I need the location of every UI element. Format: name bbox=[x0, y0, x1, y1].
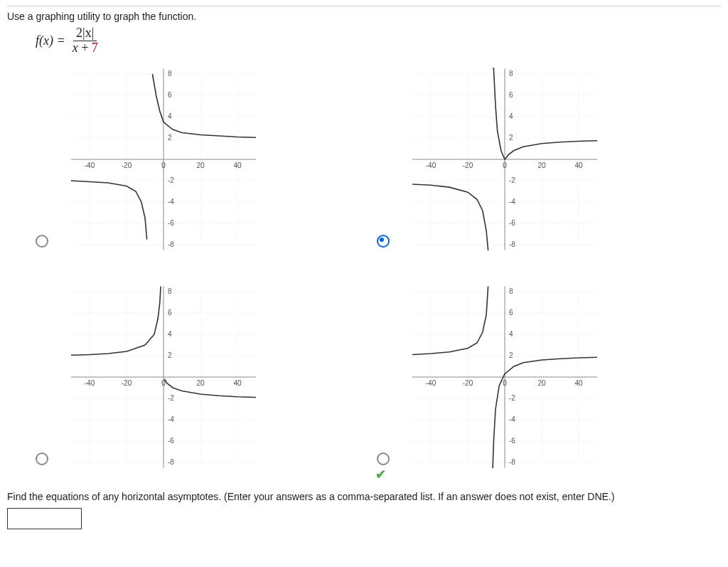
svg-text:-6: -6 bbox=[509, 437, 515, 445]
numerator-abs: |x| bbox=[82, 26, 94, 40]
svg-text:4: 4 bbox=[168, 112, 172, 120]
svg-text:-20: -20 bbox=[463, 379, 473, 387]
denominator-plus: + bbox=[78, 41, 92, 55]
graph-option-a[interactable]: -40-20020402468-2-4-6-8 bbox=[36, 63, 363, 252]
svg-text:6: 6 bbox=[168, 91, 172, 99]
svg-text:4: 4 bbox=[509, 330, 513, 338]
svg-text:-20: -20 bbox=[463, 161, 473, 169]
svg-text:-4: -4 bbox=[168, 415, 174, 423]
svg-text:20: 20 bbox=[537, 161, 546, 169]
graph-a: -40-20020402468-2-4-6-8 bbox=[57, 67, 263, 252]
svg-text:-2: -2 bbox=[168, 394, 174, 402]
svg-text:8: 8 bbox=[509, 287, 513, 295]
graph-option-d[interactable]: ✔ -40-20020402468-2-4-6-8 bbox=[377, 280, 704, 470]
radio-a[interactable] bbox=[36, 235, 48, 248]
svg-text:-4: -4 bbox=[509, 415, 515, 423]
svg-text:2: 2 bbox=[509, 351, 513, 359]
svg-text:-6: -6 bbox=[509, 219, 515, 227]
svg-text:-8: -8 bbox=[168, 458, 174, 466]
asymptote-answer-input[interactable] bbox=[7, 508, 82, 529]
function-formula: f(x) = 2|x| x + 7 bbox=[36, 26, 721, 55]
svg-text:-8: -8 bbox=[168, 240, 174, 248]
svg-text:6: 6 bbox=[168, 309, 172, 317]
formula-fraction: 2|x| x + 7 bbox=[70, 26, 101, 55]
svg-text:4: 4 bbox=[509, 112, 513, 120]
radio-b[interactable] bbox=[377, 235, 390, 248]
svg-text:6: 6 bbox=[509, 91, 513, 99]
radio-c[interactable] bbox=[36, 452, 48, 465]
svg-text:20: 20 bbox=[196, 379, 205, 387]
svg-text:40: 40 bbox=[233, 379, 242, 387]
svg-text:40: 40 bbox=[233, 161, 242, 169]
denominator-x: x bbox=[73, 41, 78, 55]
svg-text:6: 6 bbox=[509, 309, 513, 317]
svg-text:-6: -6 bbox=[168, 219, 174, 227]
svg-text:40: 40 bbox=[574, 161, 583, 169]
svg-text:4: 4 bbox=[168, 330, 172, 338]
question-prompt: Use a graphing utility to graph the func… bbox=[7, 11, 721, 22]
asymptote-question: Find the equations of any horizontal asy… bbox=[7, 491, 721, 502]
svg-text:-2: -2 bbox=[509, 176, 515, 184]
radio-d[interactable] bbox=[377, 452, 390, 465]
svg-text:20: 20 bbox=[537, 379, 546, 387]
svg-text:20: 20 bbox=[196, 161, 205, 169]
graph-option-b[interactable]: -40-20020402468-2-4-6-8 bbox=[377, 63, 704, 252]
svg-text:-8: -8 bbox=[509, 458, 515, 466]
svg-text:8: 8 bbox=[168, 70, 172, 78]
svg-text:2: 2 bbox=[509, 134, 513, 142]
graph-option-c[interactable]: -40-20020402468-2-4-6-8 bbox=[36, 280, 363, 470]
svg-text:-4: -4 bbox=[168, 198, 174, 206]
svg-text:2: 2 bbox=[168, 134, 172, 142]
svg-text:40: 40 bbox=[574, 379, 583, 387]
svg-text:0: 0 bbox=[503, 161, 507, 169]
svg-text:-20: -20 bbox=[122, 379, 132, 387]
svg-text:-40: -40 bbox=[85, 379, 95, 387]
graph-b: -40-20020402468-2-4-6-8 bbox=[398, 67, 604, 252]
formula-lhs: f(x) = bbox=[36, 33, 65, 48]
svg-text:-20: -20 bbox=[122, 161, 132, 169]
checkmark-icon: ✔ bbox=[375, 467, 386, 482]
denominator-constant: 7 bbox=[92, 41, 98, 55]
svg-text:2: 2 bbox=[168, 351, 172, 359]
graph-d: -40-20020402468-2-4-6-8 bbox=[398, 285, 604, 470]
svg-text:-40: -40 bbox=[85, 161, 95, 169]
graph-c: -40-20020402468-2-4-6-8 bbox=[57, 285, 263, 470]
svg-text:-4: -4 bbox=[509, 198, 515, 206]
numerator-coeff: 2 bbox=[76, 26, 82, 40]
graph-options-grid: -40-20020402468-2-4-6-8 -40-20020402468-… bbox=[36, 63, 721, 470]
svg-text:-2: -2 bbox=[509, 394, 515, 402]
svg-text:8: 8 bbox=[509, 70, 513, 78]
svg-text:0: 0 bbox=[161, 161, 166, 169]
svg-text:-8: -8 bbox=[509, 240, 515, 248]
svg-text:0: 0 bbox=[503, 379, 507, 387]
svg-text:8: 8 bbox=[168, 287, 172, 295]
svg-text:-40: -40 bbox=[426, 161, 437, 169]
svg-text:-6: -6 bbox=[168, 437, 174, 445]
svg-text:-2: -2 bbox=[168, 176, 174, 184]
svg-text:-40: -40 bbox=[426, 379, 437, 387]
